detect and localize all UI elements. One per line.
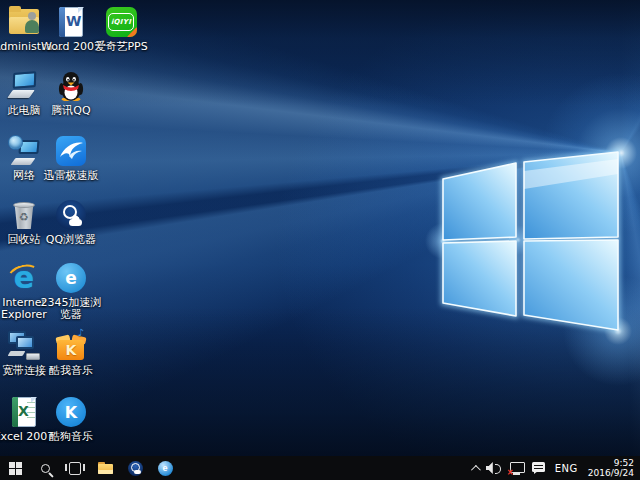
- windows-desktop: Administra... W Word 2007 iQIYI 爱奇艺PPS 此…: [0, 0, 640, 480]
- file-explorer-icon: [98, 462, 113, 474]
- qq-penguin-icon: [53, 69, 89, 103]
- user-folder-icon: [6, 5, 42, 39]
- computer-icon: [6, 69, 42, 103]
- clock-time: 9:52: [588, 458, 634, 468]
- system-tray: × ENG 9:52 2016/9/24: [471, 456, 640, 480]
- desktop-icon-qq-browser[interactable]: QQ浏览器: [45, 198, 97, 246]
- taskbar: e × ENG 9:52 2016/9/24: [0, 456, 640, 480]
- word-document-icon: W: [53, 5, 89, 39]
- clock[interactable]: 9:52 2016/9/24: [588, 458, 636, 478]
- desktop-icon-2345-browser[interactable]: e 2345加速浏览器: [45, 261, 97, 321]
- 2345-browser-icon: e: [53, 261, 89, 295]
- kuwo-music-icon: K ♪: [53, 329, 89, 363]
- task-view-button[interactable]: [60, 456, 90, 480]
- desktop-icon-label: QQ浏览器: [40, 234, 102, 246]
- search-icon: [41, 464, 50, 473]
- iqiyi-logo-text: iQIYI: [108, 13, 134, 31]
- taskbar-left: e: [0, 456, 180, 480]
- music-note-glyph: ♪: [78, 327, 84, 338]
- qq-browser-icon: [128, 461, 143, 476]
- 2345-sphere-icon: e: [158, 461, 173, 476]
- desktop-icon-kugou-music[interactable]: K 酷狗音乐: [45, 395, 97, 443]
- xunlei-bird-icon: [53, 134, 89, 168]
- start-button[interactable]: [0, 456, 30, 480]
- qq-browser-taskbar-button[interactable]: [120, 456, 150, 480]
- desktop-icon-label: 2345加速浏览器: [40, 297, 102, 321]
- volume-icon[interactable]: [486, 462, 501, 474]
- recycle-symbol: ♻: [6, 211, 42, 224]
- desktop-icon-kuwo-music[interactable]: K ♪ 酷我音乐: [45, 329, 97, 377]
- kugou-logo-letter: K: [65, 403, 77, 422]
- file-explorer-button[interactable]: [90, 456, 120, 480]
- network-disconnected-x: ×: [507, 469, 514, 477]
- language-indicator[interactable]: ENG: [553, 463, 580, 474]
- broadband-icon: [6, 329, 42, 363]
- desktop-icon-label: 爱奇艺PPS: [90, 41, 152, 53]
- clock-date: 2016/9/24: [588, 468, 634, 478]
- desktop-icon-label: 腾讯QQ: [40, 105, 102, 117]
- desktop-icon-iqiyi-pps[interactable]: iQIYI 爱奇艺PPS: [95, 5, 147, 53]
- action-center-icon[interactable]: [532, 462, 545, 474]
- windows-start-icon: [9, 462, 22, 475]
- 2345-logo-letter: e: [65, 268, 77, 288]
- desktop-icon-label: 酷我音乐: [40, 365, 102, 377]
- desktop-icon-label: 迅雷极速版: [40, 170, 102, 182]
- desktop-icon-tencent-qq[interactable]: 腾讯QQ: [45, 69, 97, 117]
- kuwo-logo-letter: K: [53, 342, 89, 358]
- 2345-sphere-letter: e: [162, 463, 167, 473]
- network-status-icon[interactable]: ×: [509, 462, 524, 475]
- search-button[interactable]: [30, 456, 60, 480]
- kugou-music-icon: K: [53, 395, 89, 429]
- network-globe-icon: [6, 134, 42, 168]
- hidden-icons-chevron-icon[interactable]: [471, 464, 481, 474]
- 2345-browser-taskbar-button[interactable]: e: [150, 456, 180, 480]
- task-view-icon: [69, 462, 81, 475]
- desktop-icon-label: 酷狗音乐: [40, 431, 102, 443]
- qq-browser-icon: [53, 198, 89, 232]
- recycle-bin-icon: ♻: [6, 198, 42, 232]
- word-logo-letter: W: [66, 13, 81, 29]
- desktop-icon-xunlei[interactable]: 迅雷极速版: [45, 134, 97, 182]
- excel-document-icon: X: [6, 395, 42, 429]
- iqiyi-icon: iQIYI: [103, 5, 139, 39]
- excel-logo-letter: X: [18, 403, 29, 419]
- ie-icon: e: [6, 261, 42, 295]
